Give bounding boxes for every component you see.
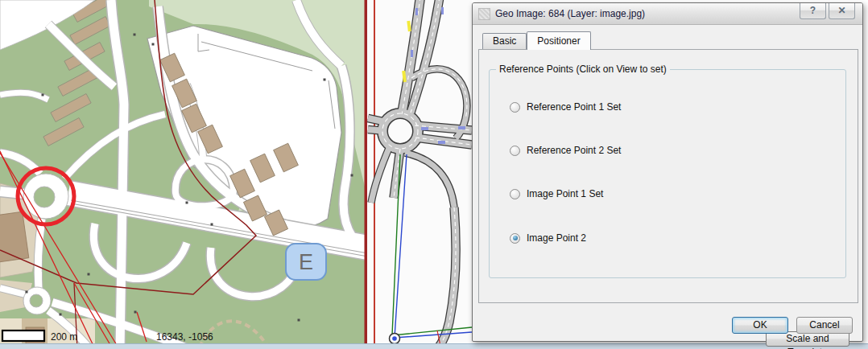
radio-label: Reference Point 1 Set <box>527 101 621 113</box>
roundabout <box>23 174 68 219</box>
geo-image-dialog: Geo Image: 684 (Layer: image.jpg) ? ✕ Ba… <box>472 2 863 342</box>
scale-bar <box>2 331 44 341</box>
window-icon <box>478 8 490 20</box>
radio-label: Image Point 2 <box>527 232 586 244</box>
image-boundary-left <box>365 0 368 349</box>
cancel-button[interactable]: Cancel <box>796 317 853 334</box>
help-button[interactable]: ? <box>800 3 826 19</box>
radio-label: Image Point 1 Set <box>527 188 603 199</box>
radio-icon <box>510 189 520 199</box>
app-screen: E 200 m 16343, -1056 <box>0 0 868 349</box>
window-bottom-strip <box>0 343 868 349</box>
help-icon: ? <box>810 5 816 16</box>
group-title: Reference Points (Click on View to set) <box>496 64 670 75</box>
tab-basic[interactable]: Basic <box>482 33 527 49</box>
radio-icon <box>510 102 520 113</box>
dialog-titlebar[interactable]: Geo Image: 684 (Layer: image.jpg) ? ✕ <box>473 3 862 25</box>
osm-map-panel[interactable]: E 200 m 16343, -1056 <box>0 0 368 349</box>
close-button[interactable]: ✕ <box>829 3 855 19</box>
cursor-coordinates: 16343, -1056 <box>156 331 213 343</box>
radio-icon <box>510 146 520 156</box>
radio-image-point-2[interactable]: Image Point 2 <box>510 232 586 244</box>
map-view[interactable]: E 200 m 16343, -1056 <box>0 0 472 349</box>
tab-positioner[interactable]: Positioner <box>527 31 590 50</box>
close-icon: ✕ <box>837 5 845 16</box>
e-badge-label: E <box>299 250 313 274</box>
radio-label: Reference Point 2 Set <box>527 145 621 156</box>
image-point-marker[interactable] <box>390 334 400 344</box>
radio-icon <box>510 233 520 244</box>
radio-reference-point-1[interactable]: Reference Point 1 Set <box>510 101 621 113</box>
tab-bar: Basic Positioner <box>482 33 591 49</box>
radio-image-point-1[interactable]: Image Point 1 Set <box>510 187 603 200</box>
reference-points-group: Reference Points (Click on View to set) … <box>489 69 846 278</box>
tab-page: Reference Points (Click on View to set) … <box>478 49 858 303</box>
ok-button[interactable]: OK <box>732 317 788 334</box>
e-route-badge: E <box>286 244 326 280</box>
image-layer-panel[interactable] <box>367 0 472 349</box>
dialog-title: Geo Image: 684 (Layer: image.jpg) <box>495 8 645 19</box>
radio-reference-point-2[interactable]: Reference Point 2 Set <box>510 144 621 157</box>
scale-label: 200 m <box>51 331 77 343</box>
